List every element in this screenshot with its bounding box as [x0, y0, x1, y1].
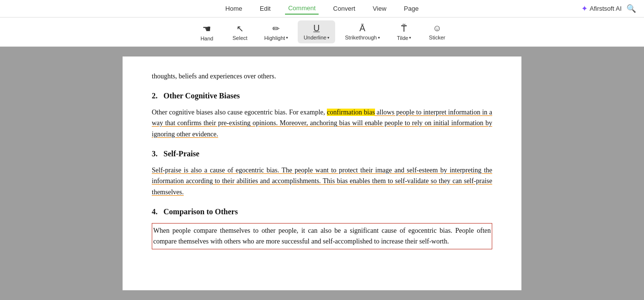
tool-hand[interactable]: ☚ Hand [192, 20, 221, 44]
menu-view[interactable]: View [370, 3, 389, 14]
section-2-body: Other cognitive biases also cause egocen… [152, 107, 492, 140]
menu-comment[interactable]: Comment [285, 2, 318, 15]
section-3-heading: 3. Self-Praise [152, 148, 492, 160]
ai-badge[interactable]: ✦ Afirstsoft AI [581, 4, 622, 13]
section-4-title: Comparison to Others [163, 207, 238, 216]
tool-underline-label: Underline ▾ [304, 35, 329, 40]
menu-convert[interactable]: Convert [330, 3, 358, 14]
tilde-icon: T̃ [401, 23, 407, 34]
tool-highlight-label: Highlight ▾ [264, 35, 288, 41]
sticker-icon: ☺ [432, 23, 441, 34]
intro-text: thoughts, beliefs and experiences over o… [152, 71, 492, 82]
section-4-number: 4. [152, 207, 158, 216]
highlighted-text-confirmation-bias: confirmation bias [327, 109, 375, 116]
strikethrough-icon: Ā [359, 23, 365, 34]
tool-tilde-label: Tilde ▾ [397, 35, 411, 41]
section-4-heading: 4. Comparison to Others [152, 206, 492, 218]
tool-underline[interactable]: U Underline ▾ [298, 20, 335, 43]
tool-select-label: Select [233, 35, 248, 41]
menu-page[interactable]: Page [401, 3, 421, 14]
section-3-body: Self-praise is also a cause of egocentri… [152, 165, 492, 198]
tool-select[interactable]: ↖ Select [225, 20, 254, 44]
underline-icon: U [313, 23, 320, 34]
section-3-number: 3. [152, 150, 158, 158]
ai-label: Afirstsoft AI [590, 5, 622, 12]
tool-sticker-label: Sticker [429, 35, 446, 40]
section-3-title: Self-Praise [163, 150, 199, 158]
document-page: thoughts, beliefs and experiences over o… [123, 56, 521, 290]
section-2-heading: 2. Other Cognitive Biases [152, 90, 492, 102]
tool-highlight[interactable]: ✏ Highlight ▾ [258, 20, 294, 44]
toolbar: ☚ Hand ↖ Select ✏ Highlight ▾ U Underlin… [0, 18, 644, 47]
select-icon: ↖ [236, 23, 244, 34]
section-2-title: Other Cognitive Biases [163, 92, 240, 100]
tool-hand-label: Hand [200, 36, 213, 41]
menu-edit[interactable]: Edit [257, 3, 273, 14]
tool-tilde[interactable]: T̃ Tilde ▾ [390, 20, 419, 44]
hand-icon: ☚ [202, 23, 211, 35]
tool-strikethrough[interactable]: Ā Strikethrough ▾ [339, 20, 385, 43]
search-icon[interactable]: 🔍 [626, 4, 636, 13]
menu-home[interactable]: Home [222, 3, 245, 14]
ai-star-icon: ✦ [581, 4, 588, 13]
menu-bar: Home Edit Comment Convert View Page ✦ Af… [0, 0, 644, 18]
section-4-body: When people compare themselves to other … [152, 223, 492, 250]
highlight-icon: ✏ [272, 23, 280, 34]
section-2-text-before-highlight: Other cognitive biases also cause egocen… [152, 109, 327, 116]
menu-right-section: ✦ Afirstsoft AI 🔍 [581, 4, 636, 13]
document-area: thoughts, beliefs and experiences over o… [0, 47, 644, 300]
tool-sticker[interactable]: ☺ Sticker [423, 20, 452, 43]
section-2-number: 2. [152, 92, 158, 100]
tool-strikethrough-label: Strikethrough ▾ [345, 35, 379, 40]
